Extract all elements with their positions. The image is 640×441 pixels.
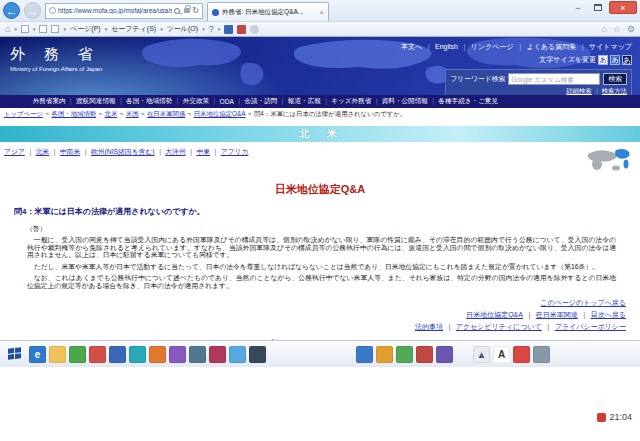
menu-tools[interactable]: ツール(O) <box>167 24 198 34</box>
app-green-icon[interactable] <box>69 346 86 363</box>
search-input[interactable] <box>508 73 600 85</box>
breadcrumb-item[interactable]: トップページ <box>4 110 43 119</box>
legal-link[interactable]: アクセシビリティについて <box>456 323 542 330</box>
app-blue2-icon[interactable] <box>356 346 373 363</box>
address-url[interactable]: https://www.mofa.go.jp/mofaj/area/usa/sf… <box>58 7 172 14</box>
utility-link[interactable]: English <box>435 43 458 50</box>
forward-button[interactable]: → <box>24 2 41 19</box>
breadcrumb-item[interactable]: 日米地位協定Q&A <box>194 110 246 119</box>
app-orange-icon[interactable] <box>149 346 166 363</box>
related-link[interactable]: 目次へ戻る <box>591 311 626 318</box>
refresh-icon[interactable]: ↻ <box>192 6 199 15</box>
region-link[interactable]: 欧州(NIS諸国を含む) <box>91 148 155 155</box>
search-magnifier-icon[interactable] <box>174 8 180 14</box>
breadcrumb-item[interactable]: 在日米軍関係 <box>147 110 185 119</box>
home-icon[interactable]: ⌂ <box>601 24 606 34</box>
app-slate-icon[interactable] <box>189 346 206 363</box>
breadcrumb-item[interactable]: 米国 <box>126 110 139 119</box>
legal-link[interactable]: プライバシーポリシー <box>555 323 626 330</box>
related-link[interactable]: 日米地位協定Q&A <box>466 311 523 318</box>
ime-icon[interactable]: A <box>493 346 510 363</box>
region-link[interactable]: 中東 <box>196 148 210 155</box>
nav-item[interactable]: 各種手続き・ご意見 <box>438 97 498 106</box>
chevron-down-icon[interactable]: ▾ <box>14 26 17 32</box>
back-to-top-link[interactable]: このページのトップへ戻る <box>540 299 626 306</box>
feeds-icon[interactable] <box>21 25 29 33</box>
nav-item[interactable]: ODA <box>220 98 234 105</box>
nav-item[interactable]: キッズ外務省 <box>331 97 371 106</box>
addon-blue-icon[interactable] <box>224 25 233 34</box>
region-link[interactable]: アフリカ <box>221 148 249 155</box>
utility-link[interactable]: よくある質問集 <box>527 43 577 50</box>
nav-item[interactable]: 外務省案内 <box>33 97 66 106</box>
gear-icon[interactable]: ⚙ <box>627 24 635 34</box>
region-banner: 北 米 <box>0 126 640 142</box>
font-size-button[interactable]: あ <box>622 55 632 65</box>
device-clock: 21:04 <box>597 412 632 422</box>
app-teal-icon[interactable] <box>129 346 146 363</box>
tray-gray-icon[interactable] <box>533 346 550 363</box>
maximize-button[interactable] <box>589 1 607 14</box>
legal-link[interactable]: 法的事項 <box>415 323 443 330</box>
ie-icon[interactable]: e <box>29 346 46 363</box>
mofa-logo[interactable]: 外 務 省 Ministry of Foreign Affairs of Jap… <box>10 45 102 72</box>
nav-item[interactable]: 外交政策 <box>183 97 209 106</box>
breadcrumb-item[interactable]: 問4：米軍には日本の法律が適用されないのですか。 <box>254 110 406 119</box>
search-sub-link[interactable]: 検索方法 <box>602 87 627 94</box>
breadcrumb-item[interactable]: 北米 <box>105 110 118 119</box>
font-size-button[interactable]: あ <box>598 55 608 65</box>
nav-item[interactable]: 各国・地域情勢 <box>126 97 172 106</box>
print-icon[interactable] <box>51 25 59 33</box>
browser-tab[interactable]: 外務省: 日米地位協定Q&A... × <box>207 2 329 21</box>
tray-expand-icon[interactable]: ▲ <box>473 346 490 363</box>
tab-close-icon[interactable]: × <box>319 8 324 17</box>
region-link[interactable]: 北米 <box>36 148 50 155</box>
search-button[interactable]: 検索 <box>603 73 627 85</box>
menu-page[interactable]: ページ(P) <box>70 24 101 34</box>
app-violet-icon[interactable] <box>436 346 453 363</box>
app-purple-icon[interactable] <box>169 346 186 363</box>
app-amber-icon[interactable] <box>376 346 393 363</box>
app-red2-icon[interactable] <box>416 346 433 363</box>
region-link[interactable]: 大洋州 <box>165 148 185 155</box>
breadcrumb-item[interactable]: 各国・地域情勢 <box>51 110 96 119</box>
addon-circle-icon[interactable] <box>250 25 259 34</box>
related-link[interactable]: 在日米軍関連 <box>536 311 578 318</box>
search-sub-link[interactable]: 詳細検索 <box>566 87 591 94</box>
app-blue-icon[interactable] <box>109 346 126 363</box>
region-link[interactable]: 中南米 <box>60 148 80 155</box>
chevron-down-icon[interactable]: ▾ <box>63 26 66 32</box>
mail-icon[interactable] <box>39 25 47 33</box>
app-green2-icon[interactable] <box>396 346 413 363</box>
region-link[interactable]: アジア <box>4 148 25 155</box>
app-dark-icon[interactable] <box>249 346 266 363</box>
minimize-button[interactable]: − <box>569 1 587 14</box>
app-red-icon[interactable] <box>89 346 106 363</box>
close-button[interactable]: × <box>609 1 637 14</box>
menu-safety[interactable]: セーフティ(S) <box>111 24 156 34</box>
answer-paragraph: なお、これはあくまでも公務執行中について述べたものであり、当然のことながら、公務… <box>27 274 616 289</box>
nav-item[interactable]: 会談・訪問 <box>244 97 277 106</box>
nav-item[interactable]: 資料・公開情報 <box>382 97 428 106</box>
tray-red-icon[interactable] <box>513 346 530 363</box>
back-button[interactable]: ← <box>3 2 20 19</box>
app-crimson-icon[interactable] <box>209 346 226 363</box>
font-size-button[interactable]: あ <box>610 55 620 65</box>
favorites-star-icon[interactable]: ☆ <box>613 24 621 34</box>
separator: ｜ <box>188 148 195 155</box>
chevron-down-icon: ▾ <box>160 26 163 32</box>
utility-link[interactable]: リンクページ <box>471 43 514 50</box>
start-button[interactable] <box>4 345 26 364</box>
related-links: 日米地位協定Q&A｜在日米軍関連｜目次へ戻る <box>0 310 640 320</box>
addon-red-icon[interactable] <box>237 25 246 34</box>
utility-link[interactable]: サイトマップ <box>589 43 632 50</box>
app-skyblue-icon[interactable] <box>229 346 246 363</box>
home-menu-icon[interactable]: ⌂ <box>5 25 10 34</box>
folder-icon[interactable] <box>49 346 66 363</box>
nav-item[interactable]: 渡航関連情報 <box>76 97 116 106</box>
nav-item[interactable]: 報道・広報 <box>288 97 321 106</box>
address-bar[interactable]: https://www.mofa.go.jp/mofaj/area/usa/sf… <box>45 3 203 19</box>
chevron-down-icon[interactable]: ▾ <box>33 26 36 32</box>
help-menu-icon[interactable]: ? <box>209 25 214 34</box>
utility-link[interactable]: 本文へ <box>401 43 422 50</box>
